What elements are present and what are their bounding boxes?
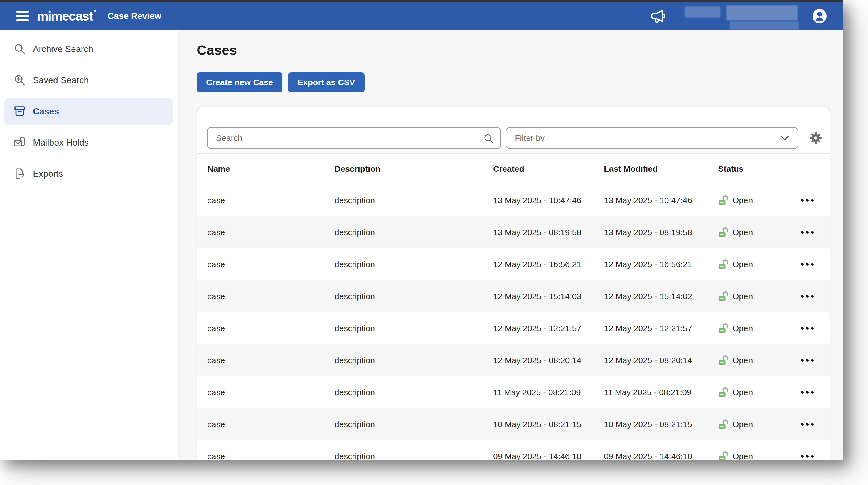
cell-description: description bbox=[335, 260, 493, 269]
row-menu-icon[interactable] bbox=[801, 455, 814, 458]
gear-icon bbox=[809, 131, 823, 145]
table-row[interactable]: case description 12 May 2025 - 12:21:57 … bbox=[197, 313, 830, 345]
table-row[interactable]: case description 12 May 2025 - 08:20:14 … bbox=[197, 345, 830, 377]
cell-name: case bbox=[207, 292, 335, 301]
sidebar-item-label: Archive Search bbox=[33, 44, 93, 54]
row-menu-icon[interactable] bbox=[801, 423, 814, 426]
table-row[interactable]: case description 09 May 2025 - 14:46:10 … bbox=[197, 441, 830, 460]
exports-icon bbox=[13, 167, 26, 180]
cell-description: description bbox=[335, 196, 493, 205]
cell-created: 13 May 2025 - 08:19:58 bbox=[493, 228, 604, 237]
filter-by-select[interactable]: Filter by bbox=[506, 127, 798, 149]
status-label: Open bbox=[733, 324, 753, 333]
cell-status: Open bbox=[718, 451, 799, 460]
status-label: Open bbox=[733, 196, 753, 205]
search-icon bbox=[484, 134, 494, 143]
row-menu-icon[interactable] bbox=[801, 199, 814, 202]
unlock-open-icon bbox=[718, 387, 728, 398]
search-input[interactable] bbox=[208, 128, 500, 148]
cell-created: 12 May 2025 - 16:56:21 bbox=[493, 260, 604, 269]
status-label: Open bbox=[733, 420, 753, 429]
page-actions: Create new Case Export as CSV bbox=[197, 72, 843, 92]
cell-status: Open bbox=[718, 291, 799, 302]
cell-created: 11 May 2025 - 08:21:09 bbox=[493, 388, 604, 397]
cases-icon bbox=[13, 105, 26, 118]
window-top-edge bbox=[0, 0, 843, 2]
cell-last-modified: 12 May 2025 - 16:56:21 bbox=[604, 260, 718, 269]
cell-last-modified: 13 May 2025 - 10:47:46 bbox=[604, 196, 718, 205]
sidebar-item-exports[interactable]: Exports bbox=[4, 160, 173, 187]
announcements-icon[interactable] bbox=[650, 8, 668, 24]
sidebar: Archive Search Saved Search Cases bbox=[0, 30, 178, 460]
table-settings-button[interactable] bbox=[809, 131, 823, 145]
table-row[interactable]: case description 12 May 2025 - 15:14:03 … bbox=[197, 281, 830, 313]
sidebar-item-mailbox-holds[interactable]: Mailbox Holds bbox=[4, 129, 173, 156]
column-header-status[interactable]: Status bbox=[718, 164, 799, 174]
status-label: Open bbox=[733, 292, 753, 301]
row-menu-icon[interactable] bbox=[801, 231, 814, 234]
column-header-created[interactable]: Created bbox=[493, 164, 604, 174]
filter-by-placeholder: Filter by bbox=[515, 133, 545, 143]
cell-created: 12 May 2025 - 15:14:03 bbox=[493, 292, 604, 301]
cell-last-modified: 12 May 2025 - 12:21:57 bbox=[604, 324, 718, 333]
sidebar-item-cases[interactable]: Cases bbox=[4, 98, 173, 125]
column-header-name[interactable]: Name bbox=[207, 164, 335, 174]
column-header-last-modified[interactable]: Last Modified bbox=[604, 164, 718, 174]
unlock-open-icon bbox=[718, 259, 728, 270]
cases-card: Filter by bbox=[197, 106, 830, 460]
unlock-open-icon bbox=[718, 355, 728, 366]
cell-description: description bbox=[335, 356, 493, 365]
cell-description: description bbox=[335, 420, 493, 429]
row-menu-icon[interactable] bbox=[801, 263, 814, 266]
row-menu-icon[interactable] bbox=[801, 391, 814, 394]
create-new-case-button[interactable]: Create new Case bbox=[197, 72, 282, 92]
row-menu-icon[interactable] bbox=[801, 359, 814, 362]
mailbox-holds-icon bbox=[13, 136, 26, 149]
unlock-open-icon bbox=[718, 291, 728, 302]
cell-status: Open bbox=[718, 419, 799, 430]
search-field-wrap bbox=[207, 127, 501, 149]
sidebar-item-archive-search[interactable]: Archive Search bbox=[4, 36, 173, 62]
table-row[interactable]: case description 13 May 2025 - 10:47:46 … bbox=[197, 185, 830, 217]
cell-description: description bbox=[335, 292, 493, 301]
export-as-csv-button[interactable]: Export as CSV bbox=[288, 72, 365, 92]
cell-name: case bbox=[207, 228, 335, 237]
hamburger-menu-icon[interactable] bbox=[16, 10, 29, 22]
cell-created: 10 May 2025 - 08:21:15 bbox=[493, 420, 604, 429]
table-row[interactable]: case description 10 May 2025 - 08:21:15 … bbox=[197, 409, 830, 441]
cell-created: 09 May 2025 - 14:46:10 bbox=[493, 452, 604, 460]
cell-status: Open bbox=[718, 259, 799, 270]
unlock-open-icon bbox=[718, 419, 728, 430]
cell-name: case bbox=[207, 324, 335, 333]
sidebar-item-label: Saved Search bbox=[33, 75, 89, 86]
table-row[interactable]: case description 13 May 2025 - 08:19:58 … bbox=[197, 217, 830, 249]
cell-description: description bbox=[335, 324, 493, 333]
sidebar-item-label: Cases bbox=[33, 106, 59, 117]
user-avatar-icon[interactable] bbox=[812, 8, 827, 24]
product-title: Case Review bbox=[108, 11, 161, 21]
sidebar-item-saved-search[interactable]: Saved Search bbox=[4, 67, 173, 94]
archive-search-icon bbox=[13, 42, 26, 55]
saved-search-icon bbox=[13, 74, 26, 87]
cell-name: case bbox=[207, 420, 335, 429]
cell-name: case bbox=[207, 452, 335, 460]
cell-status: Open bbox=[718, 387, 799, 398]
app-window: mimecast Case Review bbox=[0, 0, 843, 460]
table-row[interactable]: case description 12 May 2025 - 16:56:21 … bbox=[197, 249, 830, 281]
cell-description: description bbox=[335, 228, 493, 237]
row-menu-icon[interactable] bbox=[801, 295, 814, 298]
status-label: Open bbox=[733, 228, 753, 237]
table-row[interactable]: case description 11 May 2025 - 08:21:09 … bbox=[197, 377, 830, 409]
cell-last-modified: 13 May 2025 - 08:19:58 bbox=[604, 228, 718, 237]
cell-created: 13 May 2025 - 10:47:46 bbox=[493, 196, 604, 205]
cell-last-modified: 09 May 2025 - 14:46:10 bbox=[604, 452, 718, 460]
row-menu-icon[interactable] bbox=[801, 327, 814, 330]
cell-created: 12 May 2025 - 08:20:14 bbox=[493, 356, 604, 365]
status-label: Open bbox=[733, 388, 753, 397]
column-header-description[interactable]: Description bbox=[335, 164, 493, 174]
status-label: Open bbox=[733, 260, 753, 269]
cell-description: description bbox=[335, 388, 493, 397]
table-header-row: Name Description Created Last Modified S… bbox=[197, 153, 830, 185]
cell-name: case bbox=[207, 260, 335, 269]
cell-status: Open bbox=[718, 227, 799, 238]
